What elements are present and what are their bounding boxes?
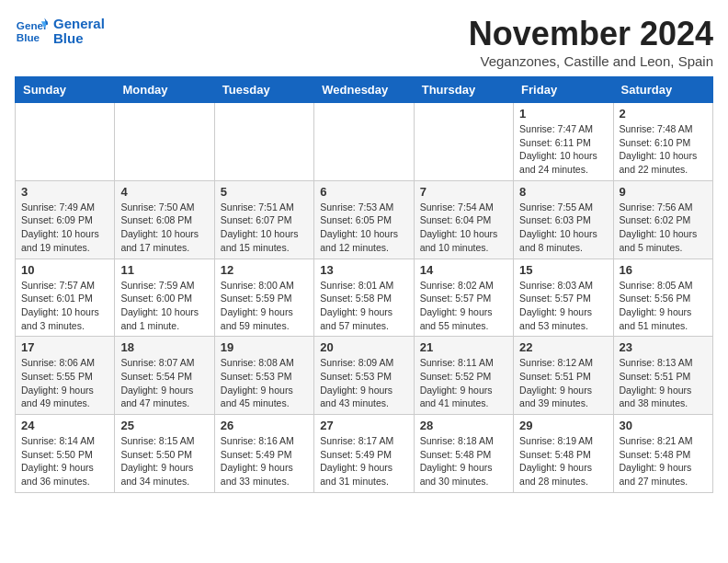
day-cell: 23 Sunrise: 8:13 AM Sunset: 5:51 PM Dayl…	[613, 337, 712, 415]
calendar-table: SundayMondayTuesdayWednesdayThursdayFrid…	[15, 76, 713, 493]
day-info: Sunrise: 8:12 AM Sunset: 5:51 PM Dayligh…	[519, 356, 607, 410]
day-info: Sunrise: 7:50 AM Sunset: 6:08 PM Dayligh…	[120, 201, 208, 255]
weekday-header-wednesday: Wednesday	[314, 77, 414, 103]
sunset-text: Sunset: 5:51 PM	[620, 370, 707, 384]
day-cell: 7 Sunrise: 7:54 AM Sunset: 6:04 PM Dayli…	[414, 180, 513, 259]
day-number: 28	[420, 419, 507, 432]
day-info: Sunrise: 8:16 AM Sunset: 5:49 PM Dayligh…	[221, 434, 308, 488]
day-info: Sunrise: 8:21 AM Sunset: 5:48 PM Dayligh…	[620, 434, 707, 488]
day-number: 12	[221, 263, 308, 277]
day-info: Sunrise: 8:09 AM Sunset: 5:53 PM Dayligh…	[320, 356, 407, 410]
day-cell: 19 Sunrise: 8:08 AM Sunset: 5:53 PM Dayl…	[214, 337, 313, 415]
sunset-text: Sunset: 5:57 PM	[519, 292, 607, 305]
day-cell: 15 Sunrise: 8:03 AM Sunset: 5:57 PM Dayl…	[514, 259, 613, 337]
day-number: 25	[120, 419, 208, 432]
title-block: November 2024 Veganzones, Castille and L…	[469, 15, 713, 69]
sunset-text: Sunset: 6:02 PM	[620, 213, 707, 227]
daylight-text: Daylight: 9 hours and 30 minutes.	[420, 461, 507, 488]
day-cell: 13 Sunrise: 8:01 AM Sunset: 5:58 PM Dayl…	[314, 259, 414, 337]
daylight-text: Daylight: 9 hours and 34 minutes.	[120, 461, 208, 488]
day-cell: 11 Sunrise: 7:59 AM Sunset: 6:00 PM Dayl…	[115, 259, 214, 337]
day-cell: 17 Sunrise: 8:06 AM Sunset: 5:55 PM Dayl…	[16, 337, 115, 415]
daylight-text: Daylight: 9 hours and 57 minutes.	[320, 305, 407, 332]
daylight-text: Daylight: 10 hours and 22 minutes.	[620, 149, 707, 176]
day-info: Sunrise: 8:14 AM Sunset: 5:50 PM Dayligh…	[21, 434, 108, 488]
sunset-text: Sunset: 6:08 PM	[120, 213, 208, 227]
day-number: 17	[21, 340, 108, 354]
day-info: Sunrise: 7:48 AM Sunset: 6:10 PM Dayligh…	[620, 122, 707, 177]
day-info: Sunrise: 8:18 AM Sunset: 5:48 PM Dayligh…	[420, 434, 507, 488]
daylight-text: Daylight: 9 hours and 33 minutes.	[221, 461, 308, 488]
page-header: General Blue General Blue November 2024 …	[15, 15, 713, 69]
week-row-3: 10 Sunrise: 7:57 AM Sunset: 6:01 PM Dayl…	[16, 259, 713, 337]
day-cell: 22 Sunrise: 8:12 AM Sunset: 5:51 PM Dayl…	[514, 337, 613, 415]
location-title: Veganzones, Castille and Leon, Spain	[469, 53, 713, 69]
sunset-text: Sunset: 5:56 PM	[620, 292, 707, 305]
day-cell: 8 Sunrise: 7:55 AM Sunset: 6:03 PM Dayli…	[514, 180, 613, 259]
sunset-text: Sunset: 6:05 PM	[320, 213, 407, 227]
day-number: 29	[519, 419, 607, 432]
day-number: 14	[420, 263, 507, 277]
sunset-text: Sunset: 5:48 PM	[519, 448, 607, 462]
sunrise-text: Sunrise: 7:48 AM	[620, 122, 707, 136]
sunrise-text: Sunrise: 8:19 AM	[519, 434, 607, 448]
daylight-text: Daylight: 9 hours and 45 minutes.	[221, 384, 308, 410]
daylight-text: Daylight: 9 hours and 27 minutes.	[620, 461, 707, 488]
daylight-text: Daylight: 9 hours and 59 minutes.	[221, 305, 308, 332]
day-info: Sunrise: 7:56 AM Sunset: 6:02 PM Dayligh…	[620, 201, 707, 255]
day-number: 24	[21, 419, 108, 432]
daylight-text: Daylight: 10 hours and 17 minutes.	[120, 227, 208, 254]
day-number: 26	[221, 419, 308, 432]
daylight-text: Daylight: 10 hours and 10 minutes.	[420, 227, 507, 254]
day-cell: 28 Sunrise: 8:18 AM Sunset: 5:48 PM Dayl…	[414, 415, 513, 493]
daylight-text: Daylight: 9 hours and 49 minutes.	[21, 384, 108, 410]
sunrise-text: Sunrise: 8:21 AM	[620, 434, 707, 448]
day-number: 11	[120, 263, 208, 277]
daylight-text: Daylight: 9 hours and 28 minutes.	[519, 461, 607, 488]
sunrise-text: Sunrise: 7:51 AM	[221, 201, 308, 214]
sunrise-text: Sunrise: 8:14 AM	[21, 434, 108, 448]
logo: General Blue General Blue	[15, 15, 105, 48]
day-cell: 16 Sunrise: 8:05 AM Sunset: 5:56 PM Dayl…	[613, 259, 712, 337]
day-number: 30	[620, 419, 707, 432]
day-cell: 1 Sunrise: 7:47 AM Sunset: 6:11 PM Dayli…	[514, 103, 613, 181]
svg-text:General: General	[17, 19, 48, 31]
day-info: Sunrise: 7:47 AM Sunset: 6:11 PM Dayligh…	[519, 122, 607, 177]
day-cell: 27 Sunrise: 8:17 AM Sunset: 5:49 PM Dayl…	[314, 415, 414, 493]
day-info: Sunrise: 7:51 AM Sunset: 6:07 PM Dayligh…	[221, 201, 308, 255]
day-number: 16	[620, 263, 707, 277]
day-cell: 6 Sunrise: 7:53 AM Sunset: 6:05 PM Dayli…	[314, 180, 414, 259]
sunrise-text: Sunrise: 8:16 AM	[221, 434, 308, 448]
weekday-header-sunday: Sunday	[16, 77, 115, 103]
day-info: Sunrise: 8:00 AM Sunset: 5:59 PM Dayligh…	[221, 279, 308, 333]
day-info: Sunrise: 8:05 AM Sunset: 5:56 PM Dayligh…	[620, 279, 707, 333]
day-cell: 18 Sunrise: 8:07 AM Sunset: 5:54 PM Dayl…	[115, 337, 214, 415]
day-number: 19	[221, 340, 308, 354]
daylight-text: Daylight: 9 hours and 38 minutes.	[620, 384, 707, 410]
day-info: Sunrise: 8:08 AM Sunset: 5:53 PM Dayligh…	[221, 356, 308, 410]
daylight-text: Daylight: 10 hours and 8 minutes.	[519, 227, 607, 254]
daylight-text: Daylight: 9 hours and 31 minutes.	[320, 461, 407, 488]
sunset-text: Sunset: 6:11 PM	[519, 136, 607, 150]
daylight-text: Daylight: 10 hours and 12 minutes.	[320, 227, 407, 254]
week-row-4: 17 Sunrise: 8:06 AM Sunset: 5:55 PM Dayl…	[16, 337, 713, 415]
daylight-text: Daylight: 10 hours and 3 minutes.	[21, 305, 108, 332]
daylight-text: Daylight: 9 hours and 36 minutes.	[21, 461, 108, 488]
logo-line1: General	[53, 17, 105, 32]
week-row-1: 1 Sunrise: 7:47 AM Sunset: 6:11 PM Dayli…	[16, 103, 713, 181]
day-info: Sunrise: 8:06 AM Sunset: 5:55 PM Dayligh…	[21, 356, 108, 410]
day-cell: 12 Sunrise: 8:00 AM Sunset: 5:59 PM Dayl…	[214, 259, 313, 337]
day-number: 23	[620, 340, 707, 354]
day-info: Sunrise: 8:17 AM Sunset: 5:49 PM Dayligh…	[320, 434, 407, 488]
day-cell: 30 Sunrise: 8:21 AM Sunset: 5:48 PM Dayl…	[613, 415, 712, 493]
sunrise-text: Sunrise: 7:50 AM	[120, 201, 208, 214]
day-number: 9	[620, 185, 707, 199]
day-info: Sunrise: 8:03 AM Sunset: 5:57 PM Dayligh…	[519, 279, 607, 333]
day-cell: 24 Sunrise: 8:14 AM Sunset: 5:50 PM Dayl…	[16, 415, 115, 493]
daylight-text: Daylight: 10 hours and 24 minutes.	[519, 149, 607, 176]
daylight-text: Daylight: 10 hours and 19 minutes.	[21, 227, 108, 254]
sunset-text: Sunset: 6:04 PM	[420, 213, 507, 227]
sunset-text: Sunset: 5:48 PM	[420, 448, 507, 462]
sunset-text: Sunset: 6:00 PM	[120, 292, 208, 305]
sunrise-text: Sunrise: 8:17 AM	[320, 434, 407, 448]
